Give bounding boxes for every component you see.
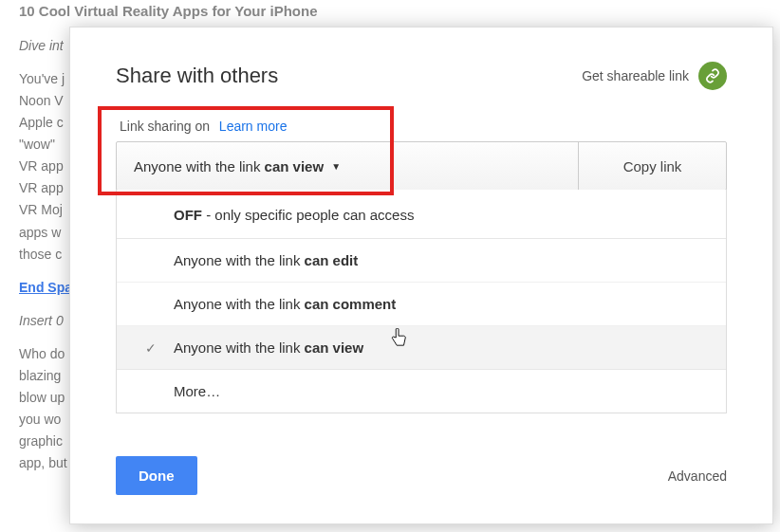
advanced-link[interactable]: Advanced xyxy=(668,468,727,484)
check-icon: ✓ xyxy=(145,340,157,356)
article-link[interactable]: End Spa xyxy=(19,280,72,295)
get-shareable-link[interactable]: Get shareable link xyxy=(582,62,727,90)
share-link-label: Get shareable link xyxy=(582,68,689,83)
article-title: 10 Cool Virtual Reality Apps for Your iP… xyxy=(19,0,780,24)
done-button[interactable]: Done xyxy=(116,456,197,495)
dialog-header: Share with others Get shareable link xyxy=(116,62,727,90)
copy-link-button[interactable]: Copy link xyxy=(579,142,726,190)
dialog-title: Share with others xyxy=(116,64,278,88)
link-icon xyxy=(698,62,727,90)
menu-item-off[interactable]: OFF - only specific people can access xyxy=(117,190,726,238)
permission-menu: OFF - only specific people can access An… xyxy=(116,190,727,413)
menu-item-can-edit[interactable]: Anyone with the link can edit xyxy=(117,238,726,282)
menu-item-can-view[interactable]: ✓ Anyone with the link can view xyxy=(117,325,726,369)
link-sharing-status: Link sharing on Learn more xyxy=(116,119,727,134)
dialog-footer: Done Advanced xyxy=(116,456,727,495)
menu-item-can-comment[interactable]: Anyone with the link can comment xyxy=(117,282,726,325)
learn-more-link[interactable]: Learn more xyxy=(219,119,288,134)
caret-down-icon: ▼ xyxy=(331,161,341,172)
permission-bar: Anyone with the link can view ▼ Copy lin… xyxy=(116,141,727,191)
permission-dropdown[interactable]: Anyone with the link can view ▼ xyxy=(117,142,579,190)
menu-item-more[interactable]: More… xyxy=(117,369,726,413)
share-dialog: Share with others Get shareable link Lin… xyxy=(69,27,773,524)
